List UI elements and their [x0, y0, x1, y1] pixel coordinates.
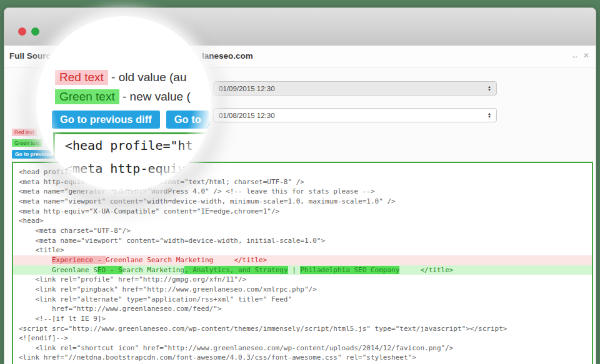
code-line: <![endif]--> — [13, 333, 592, 343]
magnified-green-legend-chip: Green text — [55, 89, 119, 104]
diff-removed-line: Experience - Greenlane Search Marketing … — [13, 255, 592, 265]
code-line: <title> — [13, 245, 592, 255]
go-previous-diff-button-magnified[interactable]: Go to previous diff — [52, 111, 160, 129]
code-line: <meta http-equiv="X-UA-Compatible" conte… — [13, 207, 592, 217]
code-line: <meta name="generator" content="WordPres… — [13, 187, 592, 197]
diff-removed-highlight: Experience - — [52, 256, 106, 264]
date-select-new-value: 01/09/2015 12:30 — [219, 85, 488, 92]
close-traffic-light[interactable] — [18, 27, 26, 36]
code-line: <head> — [13, 216, 592, 226]
diff-added-highlight: Philadelphia SEO Company — [300, 266, 399, 274]
code-line: <link rel="pingback" href="http://www.gr… — [13, 285, 592, 295]
source-code: <head profile="http://gmpg.org/xfn/11"> … — [13, 163, 592, 364]
code-line: <link rel="shortcut icon" href="http://w… — [13, 343, 592, 353]
magnifier-circle: Red text - old value (au Green text - ne… — [36, 16, 211, 191]
select-stepper-icon: ▲▼ — [488, 86, 491, 92]
select-stepper-icon: ▲▼ — [488, 112, 491, 119]
code-line: href="http://www.greenlaneseo.com/feed/"… — [13, 304, 592, 314]
close-icon[interactable]: ✕ — [583, 51, 589, 60]
diff-added-line: Greenlane SEO - Search Marketing, Analyt… — [13, 265, 592, 275]
diff-added-highlight: , Analytics, and Strategy — [184, 266, 288, 274]
code-line: <meta name="viewport" content="width=dev… — [13, 236, 592, 246]
code-line: <link rel="profile" href="http://gmpg.or… — [13, 275, 592, 285]
magnified-code-line: <head profile="ht — [55, 134, 211, 157]
code-line: <link rel="alternate" type="application/… — [13, 295, 592, 305]
code-line: <meta charset="UTF-8"/> — [13, 226, 592, 236]
code-line: <!--[if lt IE 9]> — [13, 314, 592, 324]
code-line: <script src="http://www.greenlaneseo.com… — [13, 324, 592, 334]
zoom-traffic-light[interactable] — [31, 27, 39, 36]
magnified-red-legend-chip: Red text — [55, 70, 108, 85]
magnified-green-legend-desc: - new value ( — [119, 90, 191, 103]
legend-green-chip: Green text — [12, 139, 42, 147]
code-line: <link href="//netdna.bootstrapcdn.com/fo… — [13, 353, 592, 363]
code-line: <meta name="viewport" content="width=dev… — [13, 197, 592, 207]
dialog-title-suffix: laneseo.com — [202, 51, 253, 61]
diff-added-highlight: EO - S — [98, 266, 122, 274]
legend-red-chip: Red text — [12, 129, 37, 136]
date-select-old-value: 01/08/2015 12:30 — [219, 112, 488, 119]
date-select-new[interactable]: 01/09/2015 12:30 ▲▼ — [213, 81, 497, 96]
date-select-old[interactable]: 01/08/2015 12:30 ▲▼ — [213, 108, 497, 122]
dialog-title-prefix: Full Sourc — [9, 51, 51, 61]
source-diff-panel[interactable]: <head profile="http://gmpg.org/xfn/11"> … — [12, 162, 593, 364]
page-backdrop: Full Sourc laneseo.com ↔ ✕ 01/09/2015 12… — [0, 0, 600, 364]
magnified-red-legend-desc: - old value (au — [108, 71, 187, 84]
resize-icon[interactable]: ↔ — [571, 51, 579, 60]
go-next-diff-button-magnified[interactable]: Go to — [166, 111, 209, 129]
